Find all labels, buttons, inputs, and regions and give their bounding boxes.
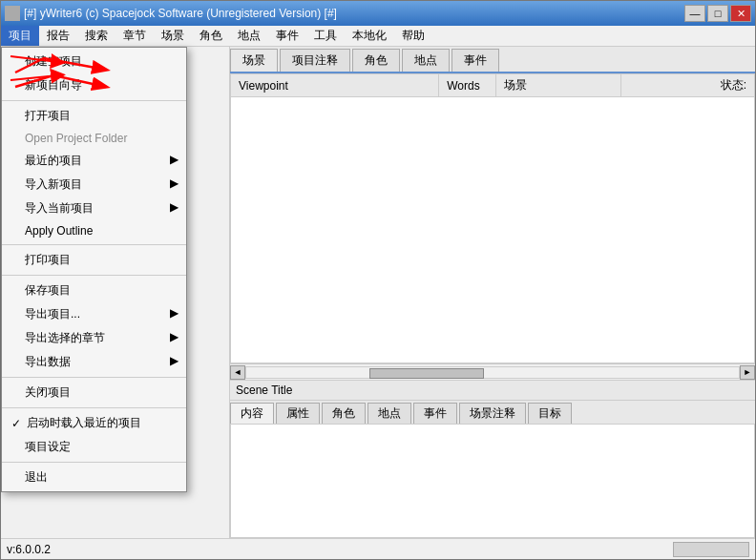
scroll-left[interactable]: ◄ [230, 365, 245, 380]
menu-report[interactable]: 报告 [39, 26, 77, 46]
menu-print[interactable]: 打印项目 [2, 248, 186, 272]
status-box [673, 542, 749, 557]
title-text-2: [#] yWriter6 (c) Spacejock Software (Unr… [24, 7, 684, 20]
th-scene: 场景 [496, 74, 621, 97]
divider-6 [2, 462, 186, 463]
menu-create-empty[interactable]: 创建空项目 [2, 50, 186, 73]
divider-1 [2, 100, 186, 101]
menu-apply-outline[interactable]: Apply Outline [2, 220, 186, 241]
app-icon-2 [5, 6, 20, 21]
version-label: v:6.0.0.2 [7, 543, 51, 556]
dropdown-overlay: 创建空项目 新项目向导 打开项目 Open Project Folder 最近的… [1, 47, 187, 492]
menu-chapter[interactable]: 章节 [116, 26, 154, 46]
menu-settings[interactable]: 项目设定 [2, 435, 186, 459]
h-scrollbar-2: ◄ ► [230, 363, 755, 380]
min-btn[interactable]: — [684, 5, 705, 22]
btab-attr[interactable]: 属性 [276, 403, 320, 424]
title-bar-2: [#] yWriter6 (c) Spacejock Software (Unr… [1, 1, 755, 26]
top-tabs-2: 场景 项目注释 角色 地点 事件 [230, 47, 755, 73]
max-btn[interactable]: □ [707, 5, 728, 22]
tab-scene[interactable]: 场景 [230, 49, 278, 72]
menu-quit[interactable]: 退出 [2, 466, 186, 489]
divider-4 [2, 377, 186, 378]
menu-export-chapter[interactable]: 导出选择的章节▶ [2, 326, 186, 350]
menu-localize[interactable]: 本地化 [345, 26, 394, 46]
menu-close[interactable]: 关闭项目 [2, 381, 186, 404]
menu-import-current[interactable]: 导入当前项目▶ [2, 197, 186, 220]
tab-project-note[interactable]: 项目注释 [280, 49, 350, 72]
menu-open-folder[interactable]: Open Project Folder [2, 128, 186, 149]
th-viewpoint: Viewpoint [231, 74, 439, 97]
menu-import-new[interactable]: 导入新项目▶ [2, 173, 186, 197]
menu-save[interactable]: 保存项目 [2, 279, 186, 302]
h-track[interactable] [245, 366, 740, 379]
menu-new-wizard[interactable]: 新项目向导 [2, 73, 186, 97]
close-btn[interactable]: ✕ [730, 5, 751, 22]
dropdown-menu: 创建空项目 新项目向导 打开项目 Open Project Folder 最近的… [1, 47, 187, 492]
right-panel-2: 场景 项目注释 角色 地点 事件 Viewpoint Words 场景 [230, 47, 755, 538]
h-thumb[interactable] [369, 368, 484, 379]
scene-table-2[interactable]: Viewpoint Words 场景 状态: [230, 73, 755, 363]
menu-character[interactable]: 角色 [192, 26, 230, 46]
menu-help[interactable]: 帮助 [394, 26, 432, 46]
menu-scene[interactable]: 场景 [154, 26, 192, 46]
tab-event[interactable]: 事件 [452, 49, 499, 72]
btab-char[interactable]: 角色 [322, 403, 366, 424]
scroll-right[interactable]: ► [740, 365, 755, 380]
menu-tools[interactable]: 工具 [306, 26, 345, 46]
menu-event[interactable]: 事件 [268, 26, 306, 46]
menu-autoload[interactable]: ✓ 启动时载入最近的项目 [2, 411, 186, 435]
menu-project[interactable]: 项目 [1, 26, 39, 46]
menu-open-project[interactable]: 打开项目 [2, 104, 186, 128]
menu-export[interactable]: 导出项目...▶ [2, 302, 186, 326]
th-status: 状态: [620, 74, 754, 97]
btab-event[interactable]: 事件 [413, 403, 457, 424]
menu-recent[interactable]: 最近的项目▶ [2, 149, 186, 173]
divider-5 [2, 407, 186, 408]
divider-2 [2, 244, 186, 245]
menu-export-data[interactable]: 导出数据▶ [2, 350, 186, 374]
tab-character[interactable]: 角色 [352, 49, 400, 72]
menu-bar-2: 项目 报告 搜索 章节 场景 角色 地点 事件 工具 本地化 帮助 [1, 26, 755, 47]
btab-goal[interactable]: 目标 [528, 403, 572, 424]
status-bar-2: v:6.0.0.2 [1, 538, 755, 559]
tab-location[interactable]: 地点 [402, 49, 450, 72]
scene-title-label: Scene Title [230, 380, 755, 401]
btab-loc[interactable]: 地点 [368, 403, 411, 424]
bottom-tabs-2: 内容 属性 角色 地点 事件 场景注释 目标 [230, 401, 755, 424]
btab-scene-note[interactable]: 场景注释 [459, 403, 526, 424]
divider-3 [2, 275, 186, 276]
btab-content[interactable]: 内容 [230, 403, 274, 424]
menu-search[interactable]: 搜索 [77, 26, 116, 46]
menu-location[interactable]: 地点 [230, 26, 268, 46]
th-words: Words [439, 74, 496, 97]
bottom-content-2[interactable] [230, 424, 755, 538]
